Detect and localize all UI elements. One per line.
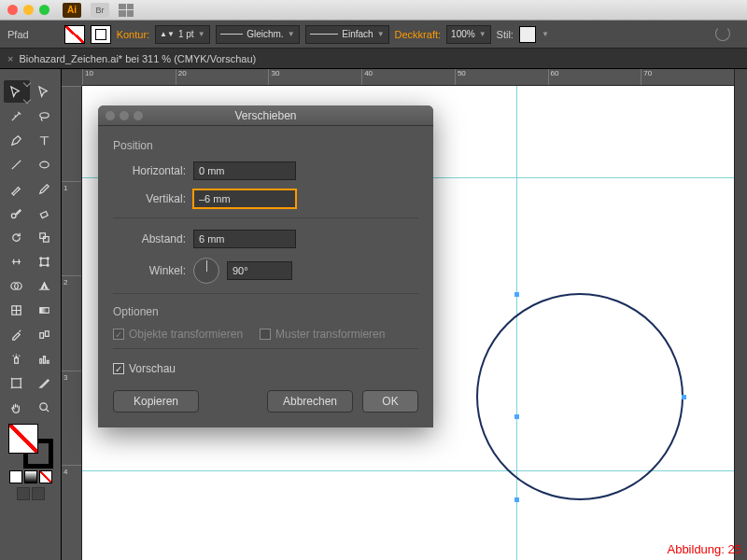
vertical-label: Vertikal: <box>113 192 186 205</box>
preview-checkbox[interactable] <box>113 363 124 374</box>
svg-point-2 <box>11 213 16 217</box>
svg-point-0 <box>40 112 49 118</box>
type-tool[interactable] <box>32 129 58 151</box>
horizontal-input[interactable] <box>193 161 296 180</box>
control-bar: Pfad Kontur: ▲▼1 pt▼ Gleichm.▼ Einfach▼ … <box>0 21 747 49</box>
dialog-titlebar[interactable]: Verschieben <box>98 105 433 126</box>
ellipse-object[interactable] <box>476 293 684 500</box>
svg-rect-19 <box>44 356 46 363</box>
cancel-button[interactable]: Abbrechen <box>267 390 353 413</box>
close-tab-icon[interactable]: × <box>7 53 13 64</box>
fill-stroke-indicator[interactable] <box>8 424 53 469</box>
screen-mode-buttons[interactable] <box>17 487 45 500</box>
fill-swatch[interactable] <box>64 25 85 44</box>
transform-objects-checkbox[interactable] <box>113 329 124 340</box>
perspective-grid-tool[interactable] <box>32 274 58 297</box>
width-tool[interactable] <box>4 250 30 273</box>
distance-input[interactable] <box>193 230 296 248</box>
app-badge-bridge[interactable]: Br <box>91 3 109 18</box>
free-transform-tool[interactable] <box>32 250 58 273</box>
artboard-tool[interactable] <box>4 371 30 394</box>
scale-tool[interactable] <box>32 226 58 248</box>
angle-input[interactable] <box>227 261 292 280</box>
zoom-tool[interactable] <box>32 396 58 418</box>
vertical-input[interactable] <box>193 189 296 208</box>
svg-point-22 <box>40 402 48 410</box>
panel-collapse-icon[interactable] <box>23 73 37 78</box>
minimize-window-icon[interactable] <box>23 5 34 15</box>
stroke-swatch[interactable] <box>91 25 111 44</box>
direct-selection-tool[interactable] <box>32 80 58 103</box>
transform-patterns-checkbox[interactable] <box>260 329 271 340</box>
sync-icon[interactable] <box>715 26 730 41</box>
anchor-point-bottom[interactable] <box>514 497 519 502</box>
paintbrush-tool[interactable] <box>4 177 30 200</box>
svg-rect-3 <box>40 211 48 217</box>
preview-label: Vorschau <box>129 362 176 375</box>
vertical-ruler[interactable]: 1234 <box>62 86 82 560</box>
opacity-label: Deckkraft: <box>395 29 442 40</box>
svg-rect-15 <box>40 332 44 338</box>
blend-tool[interactable] <box>32 323 58 345</box>
svg-point-1 <box>40 161 49 168</box>
arrange-documents-icon[interactable] <box>119 4 134 17</box>
transform-patterns-label: Muster transformieren <box>275 328 385 341</box>
slice-tool[interactable] <box>32 371 58 394</box>
ok-button[interactable]: OK <box>362 390 418 413</box>
svg-rect-18 <box>40 358 42 363</box>
selection-type-label: Pfad <box>7 29 29 40</box>
magic-wand-tool[interactable] <box>4 105 30 127</box>
gradient-tool[interactable] <box>32 299 58 321</box>
mesh-tool[interactable] <box>4 299 30 321</box>
transform-objects-label: Objekte transformieren <box>129 328 243 341</box>
window-titlebar: Ai Br <box>0 0 747 21</box>
svg-rect-17 <box>15 357 19 363</box>
position-group-label: Position <box>113 139 418 152</box>
column-graph-tool[interactable] <box>32 347 58 370</box>
pencil-tool[interactable] <box>32 177 58 200</box>
tools-panel <box>0 69 62 560</box>
center-point[interactable] <box>514 414 519 419</box>
anchor-point-top[interactable] <box>514 292 519 297</box>
angle-dial[interactable] <box>193 258 219 284</box>
opacity-dropdown[interactable]: 100%▼ <box>446 25 491 44</box>
zoom-window-icon[interactable] <box>39 5 49 15</box>
pen-tool[interactable] <box>4 129 30 151</box>
lasso-tool[interactable] <box>32 105 58 127</box>
stroke-profile-dropdown[interactable]: Gleichm.▼ <box>216 25 300 44</box>
svg-rect-20 <box>47 360 49 363</box>
angle-label: Winkel: <box>113 264 186 277</box>
stroke-label: Kontur: <box>117 29 149 40</box>
color-mode-swatches[interactable] <box>9 470 52 483</box>
stroke-weight-dropdown[interactable]: ▲▼1 pt▼ <box>155 25 209 44</box>
document-tab-bar: × Biohazard_Zeichen.ai* bei 311 % (CMYK/… <box>0 49 747 69</box>
anchor-point-right[interactable] <box>682 395 686 399</box>
blob-brush-tool[interactable] <box>4 202 30 224</box>
move-dialog: Verschieben Position Horizontal: Vertika… <box>98 105 433 427</box>
symbol-sprayer-tool[interactable] <box>4 347 30 370</box>
eraser-tool[interactable] <box>32 202 58 224</box>
horizontal-label: Horizontal: <box>113 164 186 177</box>
dialog-title: Verschieben <box>234 109 296 122</box>
document-tab-title[interactable]: Biohazard_Zeichen.ai* bei 311 % (CMYK/Vo… <box>19 53 256 64</box>
eyedropper-tool[interactable] <box>4 323 30 345</box>
style-label: Stil: <box>497 29 514 40</box>
svg-rect-6 <box>41 258 49 265</box>
app-badge-ai: Ai <box>63 3 81 18</box>
right-panel-strip[interactable] <box>734 69 747 560</box>
svg-rect-21 <box>12 378 21 386</box>
line-tool[interactable] <box>4 153 30 175</box>
ellipse-tool[interactable] <box>32 153 58 175</box>
brush-dropdown[interactable]: Einfach▼ <box>305 25 389 44</box>
copy-button[interactable]: Kopieren <box>113 390 199 413</box>
rotate-tool[interactable] <box>4 226 30 248</box>
horizontal-ruler[interactable]: 10203040506070 <box>82 69 734 86</box>
hand-tool[interactable] <box>4 396 30 418</box>
svg-rect-16 <box>45 330 49 336</box>
figure-caption: Abbildung: 25 <box>667 542 741 556</box>
svg-rect-14 <box>40 307 49 313</box>
style-swatch[interactable] <box>519 26 536 43</box>
close-window-icon[interactable] <box>7 5 18 15</box>
shape-builder-tool[interactable] <box>4 274 30 297</box>
distance-label: Abstand: <box>113 232 186 245</box>
